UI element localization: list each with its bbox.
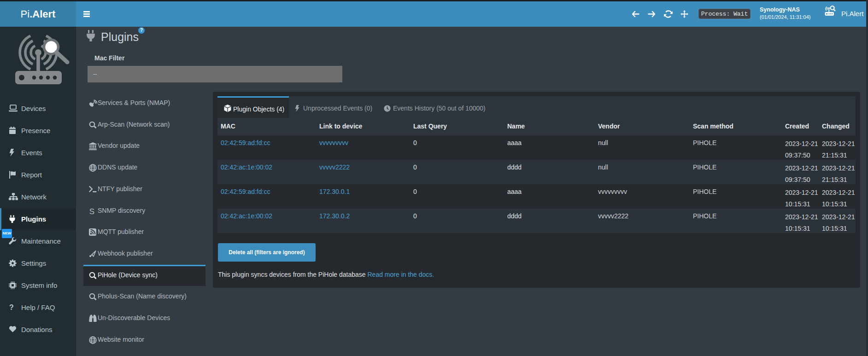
svg-text:S: S [89, 207, 94, 215]
svg-text:?: ? [9, 303, 14, 311]
